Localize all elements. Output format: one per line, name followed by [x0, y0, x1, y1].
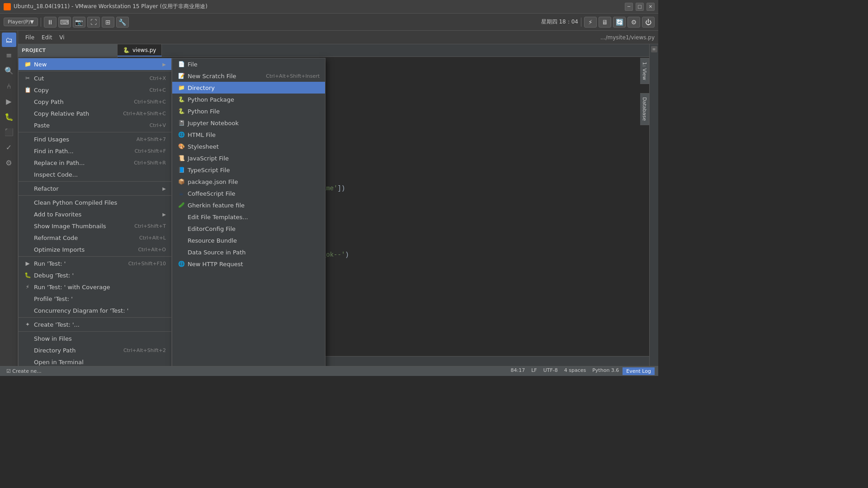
submenu-item-python-pkg[interactable]: 🐍 Python Package: [172, 94, 325, 105]
submenu-item-file[interactable]: 📄 File: [172, 58, 325, 70]
menu-item-copy[interactable]: 📋 Copy Ctrl+C: [19, 84, 171, 96]
submenu-item-html[interactable]: 🌐 HTML File: [172, 129, 325, 141]
submenu-item-scratch[interactable]: 📝 New Scratch File Ctrl+Alt+Shift+Insert: [172, 70, 325, 82]
menu-item-add-favorites[interactable]: Add to Favorites ▶: [19, 208, 171, 220]
settings-icon[interactable]: ⚙: [2, 155, 16, 170]
menu-item-reformat[interactable]: Reformat Code Ctrl+Alt+L: [19, 232, 171, 244]
menu-item-dir-path[interactable]: Directory Path Ctrl+Alt+Shift+2: [19, 344, 171, 356]
vm-icon-4[interactable]: ⚙: [627, 17, 640, 28]
edit-templates-label: Edit File Templates...: [188, 214, 320, 221]
menu-item-create-test[interactable]: ✦ Create 'Test: '...: [19, 319, 171, 330]
menu-item-concurrency[interactable]: Concurrency Diagram for 'Test: ': [19, 305, 171, 316]
menu-item-open-terminal[interactable]: Open in Terminal: [19, 356, 171, 366]
view-menu[interactable]: Vi: [56, 33, 68, 42]
line-ending[interactable]: LF: [528, 367, 539, 375]
editorconfig-label: EditorConfig File: [188, 225, 320, 232]
structure-icon[interactable]: ≡: [2, 48, 16, 62]
send-key-button[interactable]: ⌨: [58, 17, 71, 28]
submenu-item-python-file[interactable]: 🐍 Python File: [172, 105, 325, 117]
maximize-button[interactable]: □: [636, 3, 644, 11]
find-usages-shortcut: Alt+Shift+7: [137, 136, 166, 142]
minimize-button[interactable]: ─: [625, 3, 633, 11]
menu-item-profile[interactable]: Profile 'Test: ': [19, 293, 171, 305]
inspect-icon: [24, 171, 31, 178]
vcs-icon[interactable]: ⑃: [2, 79, 16, 93]
settings-button[interactable]: 🔧: [116, 17, 129, 28]
menu-item-thumbnails[interactable]: Show Image Thumbnails Ctrl+Shift+T: [19, 220, 171, 232]
pause-button[interactable]: ⏸: [44, 17, 57, 28]
encoding[interactable]: UTF-8: [541, 367, 561, 375]
database-tab[interactable]: Database: [640, 93, 649, 125]
vm-icon-1[interactable]: ⚡: [584, 17, 597, 28]
datasource-label: Data Source in Path: [188, 249, 320, 256]
submenu-item-datasource[interactable]: Data Source in Path: [172, 246, 325, 258]
menu-item-find-usages[interactable]: Find Usages Alt+Shift+7: [19, 133, 171, 145]
debug-test-label: Debug 'Test: ': [34, 272, 166, 279]
vm-icon-2[interactable]: 🖥: [599, 17, 611, 28]
terminal-icon[interactable]: ⬛: [2, 125, 16, 139]
submenu-item-resource[interactable]: Resource Bundle: [172, 235, 325, 246]
menu-item-run-coverage[interactable]: ⚡ Run 'Test: ' with Coverage: [19, 281, 171, 293]
debug-icon[interactable]: 🐛: [2, 109, 16, 124]
todo-icon[interactable]: ✓: [2, 140, 16, 155]
gherkin-icon: 🥒: [178, 202, 185, 209]
unity-button[interactable]: ⊞: [102, 17, 114, 28]
package-json-icon: 📦: [178, 178, 185, 185]
indent-spaces[interactable]: 4 spaces: [561, 367, 589, 375]
menu-item-replace-in-path[interactable]: Replace in Path... Ctrl+Shift+R: [19, 157, 171, 169]
menu-item-optimize[interactable]: Optimize Imports Ctrl+Alt+O: [19, 244, 171, 255]
menu-item-run-test[interactable]: ▶ Run 'Test: ' Ctrl+Shift+F10: [19, 258, 171, 269]
menu-item-cut[interactable]: ✂ Cut Ctrl+X: [19, 72, 171, 84]
submenu-item-ts[interactable]: 📘 TypeScript File: [172, 164, 325, 176]
python-pkg-icon: 🐍: [178, 96, 185, 103]
menu-item-copy-rel[interactable]: Copy Relative Path Ctrl+Alt+Shift+C: [19, 108, 171, 119]
refactor-arrow: ▶: [162, 186, 166, 191]
submenu-item-edit-templates[interactable]: Edit File Templates...: [172, 211, 325, 223]
submenu-item-package-json[interactable]: 📦 package.json File: [172, 176, 325, 188]
menu-item-refactor[interactable]: Refactor ▶: [19, 183, 171, 194]
status-bar: ☑ Create ne... 84:17 LF UTF-8 4 spaces P…: [0, 366, 658, 376]
scratch-shortcut-sub: Ctrl+Alt+Shift+Insert: [266, 73, 320, 79]
cursor-position[interactable]: 84:17: [508, 367, 528, 375]
menu-item-show-files[interactable]: Show in Files: [19, 333, 171, 344]
vertical-tabs-right: 1: View Database: [640, 58, 649, 125]
vm-toolbar: Player(P)▼ ⏸ ⌨ 📷 ⛶ ⊞ 🔧 星期四 18：04 ⚡ 🖥 🔄 ⚙…: [0, 14, 658, 31]
python-version[interactable]: Python 3.6: [590, 367, 622, 375]
menu-item-find-in-path[interactable]: Find in Path... Ctrl+Shift+F: [19, 145, 171, 157]
create-new-status[interactable]: ☑ Create ne...: [4, 368, 44, 374]
mini-map-toggle[interactable]: ≡: [651, 46, 657, 52]
edit-menu[interactable]: Edit: [38, 33, 56, 42]
submenu-item-gherkin[interactable]: 🥒 Gherkin feature file: [172, 199, 325, 211]
project-icon[interactable]: 🗂: [2, 33, 16, 47]
window-controls: ─ □ ✕: [625, 3, 655, 11]
submenu-item-directory[interactable]: 📁 Directory: [172, 82, 325, 94]
screenshot-button[interactable]: 📷: [73, 17, 85, 28]
cut-shortcut: Ctrl+X: [150, 75, 166, 81]
tab-views-py[interactable]: 🐍 views.py: [118, 44, 162, 56]
vm-icon-5[interactable]: ⏻: [642, 17, 655, 28]
run-coverage-label: Run 'Test: ' with Coverage: [34, 284, 166, 291]
submenu-item-jupyter[interactable]: 📓 Jupyter Notebook: [172, 117, 325, 129]
run-icon[interactable]: ▶: [2, 94, 16, 108]
file-menu[interactable]: File: [22, 33, 38, 42]
submenu-item-editorconfig[interactable]: EditorConfig File: [172, 223, 325, 235]
menu-item-new[interactable]: 📁 New ▶: [19, 58, 171, 70]
submenu-item-http[interactable]: 🌐 New HTTP Request: [172, 258, 325, 270]
menu-item-inspect[interactable]: Inspect Code...: [19, 169, 171, 180]
menu-item-debug-test[interactable]: 🐛 Debug 'Test: ': [19, 269, 171, 281]
coverage-icon: ⚡: [24, 283, 31, 291]
player-button[interactable]: Player(P)▼: [4, 18, 38, 26]
submenu-item-coffee[interactable]: ☕ CoffeeScript File: [172, 188, 325, 199]
menu-item-clean-python[interactable]: Clean Python Compiled Files: [19, 197, 171, 208]
menu-item-paste[interactable]: Paste Ctrl+V: [19, 119, 171, 131]
submenu-item-stylesheet[interactable]: 🎨 Stylesheet: [172, 141, 325, 152]
vm-icon-3[interactable]: 🔄: [613, 17, 626, 28]
menu-item-copy-path[interactable]: Copy Path Ctrl+Shift+C: [19, 96, 171, 108]
find-icon[interactable]: 🔍: [2, 63, 16, 78]
fullscreen-button[interactable]: ⛶: [87, 17, 100, 28]
submenu-item-js[interactable]: 📜 JavaScript File: [172, 152, 325, 164]
event-log-button[interactable]: Event Log: [623, 367, 655, 375]
reformat-label: Reformat Code: [34, 235, 130, 241]
view-tab[interactable]: 1: View: [640, 58, 649, 84]
close-button[interactable]: ✕: [646, 3, 655, 11]
